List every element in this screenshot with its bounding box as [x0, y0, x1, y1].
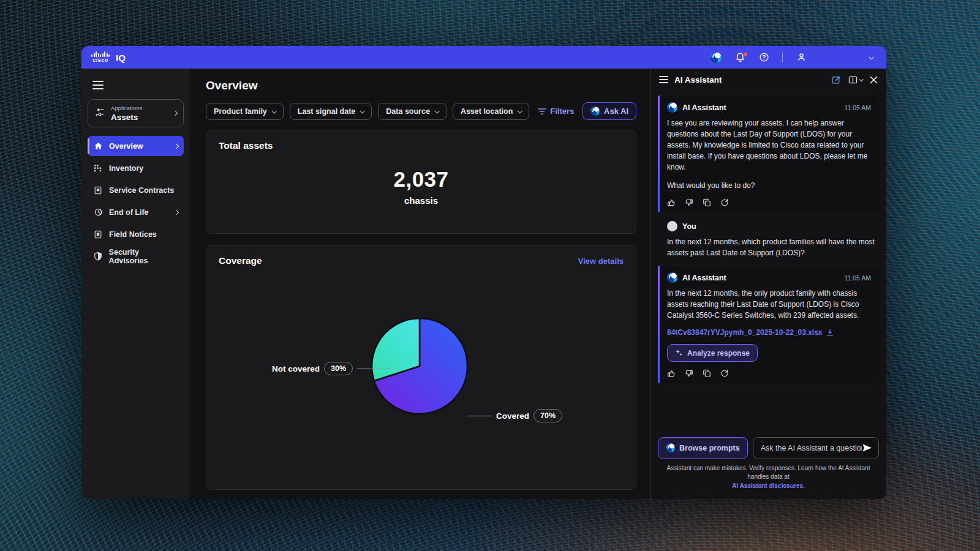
contract-document-icon — [93, 186, 103, 195]
sidebar-item-label: Overview — [109, 142, 143, 151]
assistant-question-input[interactable] — [753, 437, 879, 459]
page-title: Overview — [206, 79, 636, 92]
total-assets-card: Total assets 2,037 chassis — [206, 130, 636, 234]
chevron-down-icon — [360, 108, 365, 113]
not-covered-percent-badge: 30% — [324, 362, 353, 375]
coverage-title: Coverage — [219, 255, 262, 266]
app-switcher-assets[interactable]: Applications Assets — [88, 99, 184, 127]
assistant-disclaimer: Assistant can make mistakes. Verify resp… — [658, 464, 879, 491]
filter-last-signal-date[interactable]: Last signal date — [290, 103, 372, 120]
panel-layout-icon[interactable] — [848, 75, 862, 84]
brand-cisco-text: cisco — [92, 58, 108, 63]
chevron-down-icon — [271, 108, 276, 113]
notice-document-icon — [93, 230, 103, 239]
home-icon — [93, 141, 103, 151]
ai-assistant-panel: AI Assistant — [650, 69, 886, 499]
notification-dot — [744, 53, 747, 56]
send-icon[interactable] — [862, 443, 872, 452]
pie-label-covered: Covered 70% — [466, 409, 562, 422]
filters-link[interactable]: Filters — [538, 107, 574, 116]
message-text: What would you like to do? — [667, 180, 871, 191]
regenerate-icon[interactable] — [720, 198, 729, 207]
sidebar-item-overview[interactable]: Overview — [88, 136, 184, 156]
browse-prompts-button[interactable]: Browse prompts — [658, 437, 748, 459]
question-text-field[interactable] — [761, 444, 862, 452]
callout-line — [357, 369, 391, 369]
ai-assistant-toggle-icon[interactable] — [710, 52, 722, 63]
ai-avatar — [667, 272, 677, 283]
thumbs-down-icon[interactable] — [685, 369, 693, 378]
inventory-grid-icon — [93, 164, 103, 173]
analyze-response-button[interactable]: Analyze response — [667, 344, 758, 362]
attachment-download-link[interactable]: 84tCv83847rYVJpymh_0_2025-10-22_03.xlsx — [667, 328, 871, 337]
assistant-input-area: Browse prompts Assistant can make mistak… — [650, 431, 886, 500]
assistant-message: AI Assistant 11:05 AM In the next 12 mon… — [658, 266, 879, 383]
chevron-right-icon — [174, 209, 179, 214]
sidebar-item-label: Service Contracts — [109, 186, 174, 195]
message-text: I see you are reviewing your assets. I c… — [667, 118, 871, 173]
thumbs-down-icon[interactable] — [685, 198, 693, 207]
ai-logo-icon — [710, 52, 722, 63]
ai-disclosures-link[interactable]: AI Assistant disclosures. — [732, 482, 805, 489]
pie-label-not-covered: Not covered 30% — [272, 362, 391, 375]
sidebar-item-end-of-life[interactable]: End of Life — [88, 202, 184, 222]
view-details-link[interactable]: View details — [578, 257, 624, 266]
sidebar-item-security-advisories[interactable]: Security Advisories — [88, 246, 184, 266]
applications-icon — [94, 107, 105, 120]
chevron-down-icon — [434, 108, 439, 113]
thumbs-up-icon[interactable] — [667, 198, 676, 207]
assistant-menu-icon[interactable] — [659, 76, 668, 83]
user-avatar — [667, 221, 677, 231]
copy-icon[interactable] — [703, 198, 711, 207]
message-text: In the next 12 months, which product fam… — [667, 236, 877, 258]
cisco-logo-icon: cisco — [91, 51, 110, 63]
help-icon[interactable] — [758, 52, 769, 63]
sidebar: Applications Assets Overview — [81, 69, 190, 499]
thumbs-up-icon[interactable] — [667, 369, 676, 378]
ask-ai-button[interactable]: Ask AI — [582, 102, 636, 120]
assistant-message-list: AI Assistant 11:05 AM I see you are revi… — [650, 91, 886, 402]
message-timestamp: 11:05 AM — [844, 104, 871, 111]
sidebar-item-label: Field Notices — [109, 230, 157, 239]
brand-product-text: IQ — [116, 53, 126, 63]
message-timestamp: 11:05 AM — [844, 274, 871, 282]
sidebar-item-label: Inventory — [109, 164, 143, 173]
ai-assistant-header: AI Assistant — [650, 69, 886, 91]
message-actions — [667, 198, 871, 207]
ai-logo-icon — [666, 443, 675, 452]
chevron-right-icon — [174, 143, 179, 148]
assistant-message: AI Assistant 11:05 AM I see you are revi… — [658, 96, 879, 212]
copy-icon[interactable] — [703, 369, 711, 378]
user-account-icon[interactable] — [796, 52, 807, 63]
main-content: Overview Product family Last signal date… — [190, 69, 650, 499]
app-switcher-category: Applications — [111, 105, 168, 111]
download-icon — [826, 329, 834, 336]
message-actions — [667, 369, 871, 378]
filter-asset-location[interactable]: Asset location — [453, 103, 529, 120]
app-switcher-label: Assets — [111, 113, 168, 122]
sidebar-item-field-notices[interactable]: Field Notices — [88, 224, 184, 244]
assistant-title: AI Assistant — [674, 75, 722, 84]
top-app-bar: cisco IQ — [81, 46, 886, 69]
user-message: You In the next 12 months, which product… — [658, 220, 879, 258]
brand: cisco IQ — [91, 51, 126, 63]
ai-avatar — [667, 102, 677, 113]
total-assets-unit: chassis — [219, 195, 624, 206]
total-assets-title: Total assets — [219, 140, 624, 151]
new-chat-compose-icon[interactable] — [832, 75, 841, 84]
sidebar-collapse-icon[interactable] — [92, 81, 104, 89]
message-text: In the next 12 months, the only product … — [667, 288, 871, 321]
analyze-sparkle-icon — [675, 349, 683, 357]
sidebar-item-service-contracts[interactable]: Service Contracts — [88, 180, 184, 200]
topbar-chevron-down-icon[interactable] — [865, 52, 876, 63]
close-panel-icon[interactable] — [870, 76, 878, 84]
coverage-pie-chart: Not covered 30% Covered 70% — [206, 270, 636, 489]
coverage-card: Coverage View details Not covered — [206, 245, 636, 490]
filter-product-family[interactable]: Product family — [206, 103, 284, 120]
covered-percent-badge: 70% — [533, 409, 562, 422]
sidebar-item-inventory[interactable]: Inventory — [88, 158, 184, 178]
filter-data-source[interactable]: Data source — [378, 103, 447, 120]
topbar-divider — [782, 53, 783, 62]
regenerate-icon[interactable] — [720, 369, 729, 378]
notifications-bell-icon[interactable] — [734, 52, 745, 63]
